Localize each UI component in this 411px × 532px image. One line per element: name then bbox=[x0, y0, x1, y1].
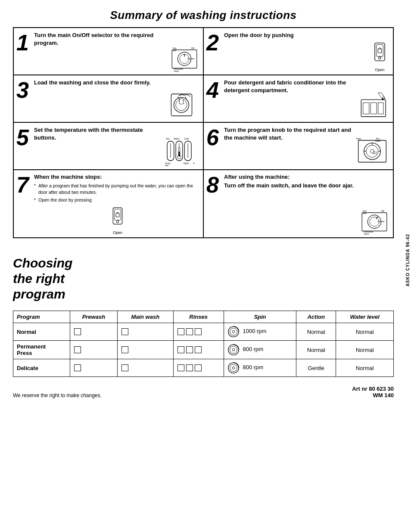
checkbox bbox=[186, 364, 193, 371]
checkbox bbox=[121, 364, 128, 371]
col-waterlevel: Water level bbox=[336, 311, 394, 323]
svg-point-71 bbox=[232, 367, 235, 369]
svg-point-64 bbox=[230, 328, 237, 336]
step-7-bullet-2: Open the door by pressing bbox=[34, 197, 201, 203]
step-8-image: Deli- cate Off Normal Permanent press bbox=[358, 170, 393, 237]
door-open-label-2: Open bbox=[375, 68, 384, 72]
checkbox bbox=[177, 328, 184, 335]
step-4: 4 Pour detergent and fabric conditioner … bbox=[203, 75, 393, 122]
svg-rect-32 bbox=[179, 152, 180, 156]
row-2-rpm: 800 rpm bbox=[243, 346, 263, 353]
row-3-rinses bbox=[173, 359, 224, 377]
step-7-number: 7 bbox=[14, 170, 33, 196]
step-4-number: 4 bbox=[204, 75, 223, 122]
instructions-grid: 1 Turn the main On/Off selector to the r… bbox=[13, 27, 394, 238]
row-3-rpm: 800 rpm bbox=[243, 364, 263, 371]
step-3-text: Load the washing and close the door firm… bbox=[34, 79, 166, 87]
svg-text:Satin: Satin bbox=[356, 137, 361, 140]
svg-text:Off: Off bbox=[191, 47, 195, 50]
row-1-rpm: 1000 rpm bbox=[243, 328, 266, 335]
row-2-action: Normal bbox=[296, 341, 336, 359]
step-1-number: 1 bbox=[14, 28, 33, 75]
svg-point-68 bbox=[232, 348, 235, 351]
row-3-prewash bbox=[70, 359, 117, 377]
model: WM 140 bbox=[352, 392, 394, 398]
row-3-action: Gentle bbox=[296, 359, 336, 377]
row-1-prewash bbox=[70, 323, 117, 341]
checkbox bbox=[121, 328, 128, 335]
col-prewash: Prewash bbox=[70, 311, 117, 323]
step-4-text: Pour detergent and fabric conditioner in… bbox=[224, 79, 356, 94]
step-7: 7 When the machine stops: After a progra… bbox=[13, 170, 203, 238]
step-1-text: Turn the main On/Off selector to the req… bbox=[34, 31, 166, 47]
footer-left: We reserve the right to make changes. bbox=[13, 392, 102, 398]
col-mainwash: Main wash bbox=[118, 311, 173, 323]
step-5: 5 Set the temperature with the thermosta… bbox=[13, 122, 203, 170]
col-program: Program bbox=[13, 311, 70, 323]
row-1-mainwash bbox=[118, 323, 173, 341]
choosing-title: Choosingthe rightprogram bbox=[13, 255, 394, 302]
row-2-waterlevel: Normal bbox=[336, 341, 394, 359]
col-rinses: Rinses bbox=[173, 311, 224, 323]
step-2-number: 2 bbox=[204, 28, 223, 75]
row-3-mainwash bbox=[118, 359, 173, 377]
row-3-spin: 800 rpm bbox=[224, 359, 296, 377]
col-action: Action bbox=[296, 311, 336, 323]
door-open-label-7: Open bbox=[113, 230, 122, 235]
checkbox bbox=[186, 328, 193, 335]
step-6-number: 6 bbox=[204, 123, 223, 169]
checkbox bbox=[195, 346, 202, 353]
row-1-waterlevel: Normal bbox=[336, 323, 394, 341]
row-1-action: Normal bbox=[296, 323, 336, 341]
svg-point-65 bbox=[232, 330, 235, 333]
step-6-text: Turn the program knob to the required st… bbox=[224, 126, 352, 141]
step-5-image: Hot Warm Cold Extra bbox=[165, 123, 203, 169]
step-6-image: Satin Pre- wash Main wash bbox=[355, 123, 393, 169]
svg-text:Normal: Normal bbox=[378, 221, 384, 223]
table-row: PermanentPress bbox=[13, 341, 394, 359]
step-7-bullet-1: After a program that has finished by pum… bbox=[34, 183, 201, 195]
checkbox bbox=[74, 346, 81, 353]
table-row: Delicate bbox=[13, 359, 394, 377]
table-row: Normal bbox=[13, 323, 394, 341]
row-1-program: Normal bbox=[13, 323, 70, 341]
choosing-title-text: Choosingthe rightprogram bbox=[13, 256, 72, 301]
table-header-row: Program Prewash Main wash Rinses Spin Ac… bbox=[13, 311, 394, 323]
row-3-waterlevel: Normal bbox=[336, 359, 394, 377]
svg-point-70 bbox=[230, 364, 237, 372]
footer: We reserve the right to make changes. Ar… bbox=[13, 386, 394, 398]
checkbox bbox=[74, 328, 81, 335]
svg-text:Open: Open bbox=[184, 162, 189, 165]
step-8: 8 After using the machine: Turn off the … bbox=[203, 170, 393, 238]
svg-text:Cold: Cold bbox=[184, 137, 189, 140]
svg-rect-11 bbox=[377, 44, 383, 56]
svg-text:9: 9 bbox=[193, 162, 194, 165]
program-table: Program Prewash Main wash Rinses Spin Ac… bbox=[13, 311, 394, 377]
step-3: 3 Load the washing and close the door fi… bbox=[13, 75, 203, 122]
dial-image-8: Deli- cate Off Normal Permanent press bbox=[359, 209, 389, 235]
step-8-number: 8 bbox=[204, 170, 223, 237]
checkbox bbox=[195, 328, 202, 335]
row-2-rinses bbox=[173, 341, 224, 359]
step-7-door: Open bbox=[34, 206, 201, 235]
row-2-prewash bbox=[70, 341, 117, 359]
door-button-2: Open bbox=[370, 41, 389, 72]
checkbox bbox=[121, 346, 128, 353]
checkbox bbox=[177, 364, 184, 371]
step-5-number: 5 bbox=[14, 123, 33, 169]
row-1-spin: 1000 rpm bbox=[224, 323, 296, 341]
svg-text:Off: Off bbox=[381, 210, 385, 212]
svg-text:hot: hot bbox=[165, 164, 169, 167]
checkbox bbox=[186, 346, 193, 353]
step-8-title: After using the machine: bbox=[224, 174, 356, 180]
step-8-text: Turn off the main switch, and leave the … bbox=[224, 182, 356, 190]
step-2: 2 Open the door by pushing bbox=[203, 28, 393, 75]
checkbox bbox=[195, 364, 202, 371]
step-5-text: Set the temperature with the thermostate… bbox=[34, 126, 162, 141]
step-2-image: Open bbox=[358, 28, 393, 75]
svg-text:Normal: Normal bbox=[188, 58, 194, 60]
svg-text:wash: wash bbox=[373, 152, 377, 155]
step-6: 6 Turn the program knob to the required … bbox=[203, 122, 393, 170]
col-spin: Spin bbox=[224, 311, 296, 323]
choosing-section: Choosingthe rightprogram Program Prewash… bbox=[13, 255, 394, 377]
